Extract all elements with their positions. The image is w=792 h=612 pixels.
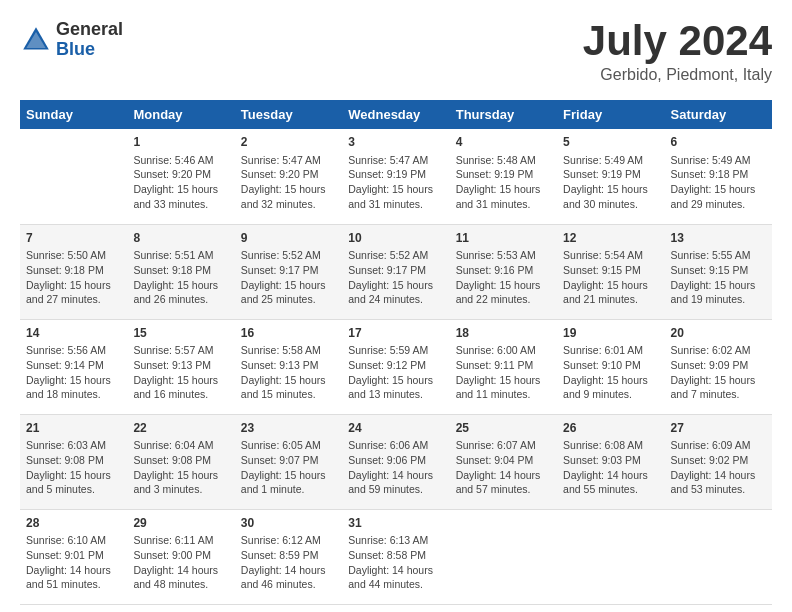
day-number: 5 (563, 134, 658, 151)
day-info: Sunrise: 5:59 AM (348, 343, 443, 358)
day-number: 8 (133, 230, 228, 247)
day-info: and 46 minutes. (241, 577, 336, 592)
day-cell: 30Sunrise: 6:12 AMSunset: 8:59 PMDayligh… (235, 509, 342, 604)
day-info: Sunrise: 6:07 AM (456, 438, 551, 453)
day-info: Daylight: 14 hours (348, 468, 443, 483)
day-info: Sunrise: 5:51 AM (133, 248, 228, 263)
day-cell: 17Sunrise: 5:59 AMSunset: 9:12 PMDayligh… (342, 319, 449, 414)
day-cell (20, 129, 127, 224)
logo-icon (20, 24, 52, 56)
day-info: Daylight: 15 hours (241, 182, 336, 197)
day-cell (665, 509, 772, 604)
day-number: 25 (456, 420, 551, 437)
day-number: 4 (456, 134, 551, 151)
day-info: and 21 minutes. (563, 292, 658, 307)
header-row: SundayMondayTuesdayWednesdayThursdayFrid… (20, 100, 772, 129)
day-info: and 18 minutes. (26, 387, 121, 402)
day-number: 9 (241, 230, 336, 247)
day-info: Daylight: 15 hours (456, 182, 551, 197)
day-info: Sunrise: 5:58 AM (241, 343, 336, 358)
day-number: 10 (348, 230, 443, 247)
day-info: and 59 minutes. (348, 482, 443, 497)
day-number: 26 (563, 420, 658, 437)
day-cell: 18Sunrise: 6:00 AMSunset: 9:11 PMDayligh… (450, 319, 557, 414)
day-number: 17 (348, 325, 443, 342)
day-cell: 25Sunrise: 6:07 AMSunset: 9:04 PMDayligh… (450, 414, 557, 509)
day-info: Sunrise: 5:50 AM (26, 248, 121, 263)
day-info: Sunset: 9:16 PM (456, 263, 551, 278)
day-info: Sunset: 9:15 PM (563, 263, 658, 278)
day-info: Sunset: 9:20 PM (133, 167, 228, 182)
calendar-table: SundayMondayTuesdayWednesdayThursdayFrid… (20, 100, 772, 605)
day-info: Sunrise: 6:13 AM (348, 533, 443, 548)
week-row-1: 1Sunrise: 5:46 AMSunset: 9:20 PMDaylight… (20, 129, 772, 224)
day-number: 28 (26, 515, 121, 532)
day-info: Sunrise: 6:02 AM (671, 343, 766, 358)
day-number: 29 (133, 515, 228, 532)
header-cell-tuesday: Tuesday (235, 100, 342, 129)
header-cell-wednesday: Wednesday (342, 100, 449, 129)
day-info: and 19 minutes. (671, 292, 766, 307)
day-number: 1 (133, 134, 228, 151)
day-number: 22 (133, 420, 228, 437)
day-cell: 4Sunrise: 5:48 AMSunset: 9:19 PMDaylight… (450, 129, 557, 224)
day-info: Sunrise: 5:52 AM (241, 248, 336, 263)
day-info: Sunset: 9:08 PM (133, 453, 228, 468)
day-info: Sunset: 9:10 PM (563, 358, 658, 373)
day-cell: 19Sunrise: 6:01 AMSunset: 9:10 PMDayligh… (557, 319, 664, 414)
day-info: Sunset: 8:58 PM (348, 548, 443, 563)
day-info: and 15 minutes. (241, 387, 336, 402)
day-info: and 27 minutes. (26, 292, 121, 307)
day-info: and 7 minutes. (671, 387, 766, 402)
day-info: Sunset: 9:01 PM (26, 548, 121, 563)
day-info: Sunrise: 5:54 AM (563, 248, 658, 263)
day-cell: 13Sunrise: 5:55 AMSunset: 9:15 PMDayligh… (665, 224, 772, 319)
day-info: Daylight: 15 hours (133, 182, 228, 197)
day-info: Daylight: 14 hours (241, 563, 336, 578)
logo-text: General Blue (56, 20, 123, 60)
day-info: and 1 minute. (241, 482, 336, 497)
day-number: 14 (26, 325, 121, 342)
day-info: Sunrise: 6:06 AM (348, 438, 443, 453)
day-cell: 2Sunrise: 5:47 AMSunset: 9:20 PMDaylight… (235, 129, 342, 224)
day-cell: 28Sunrise: 6:10 AMSunset: 9:01 PMDayligh… (20, 509, 127, 604)
day-number: 27 (671, 420, 766, 437)
day-number: 15 (133, 325, 228, 342)
day-info: Sunrise: 6:11 AM (133, 533, 228, 548)
day-info: Daylight: 15 hours (671, 278, 766, 293)
day-info: Sunset: 9:13 PM (133, 358, 228, 373)
day-info: Sunrise: 5:52 AM (348, 248, 443, 263)
day-info: Sunset: 9:00 PM (133, 548, 228, 563)
day-info: Sunrise: 5:53 AM (456, 248, 551, 263)
day-info: Daylight: 14 hours (671, 468, 766, 483)
day-number: 31 (348, 515, 443, 532)
day-info: and 55 minutes. (563, 482, 658, 497)
location: Gerbido, Piedmont, Italy (583, 66, 772, 84)
day-info: Sunrise: 6:09 AM (671, 438, 766, 453)
day-info: Sunrise: 6:03 AM (26, 438, 121, 453)
day-info: Sunset: 9:17 PM (348, 263, 443, 278)
day-info: Daylight: 15 hours (563, 373, 658, 388)
day-info: Daylight: 15 hours (133, 278, 228, 293)
day-info: Daylight: 15 hours (671, 373, 766, 388)
day-number: 16 (241, 325, 336, 342)
day-info: Sunrise: 5:47 AM (241, 153, 336, 168)
day-info: Daylight: 15 hours (26, 278, 121, 293)
day-info: Sunset: 9:17 PM (241, 263, 336, 278)
day-info: Daylight: 15 hours (241, 278, 336, 293)
day-info: Sunset: 8:59 PM (241, 548, 336, 563)
day-cell: 27Sunrise: 6:09 AMSunset: 9:02 PMDayligh… (665, 414, 772, 509)
day-info: Daylight: 15 hours (348, 278, 443, 293)
day-info: Daylight: 15 hours (456, 373, 551, 388)
day-cell: 23Sunrise: 6:05 AMSunset: 9:07 PMDayligh… (235, 414, 342, 509)
day-info: Sunset: 9:06 PM (348, 453, 443, 468)
day-info: Sunset: 9:12 PM (348, 358, 443, 373)
day-info: Sunrise: 5:55 AM (671, 248, 766, 263)
day-cell: 3Sunrise: 5:47 AMSunset: 9:19 PMDaylight… (342, 129, 449, 224)
day-number: 3 (348, 134, 443, 151)
day-info: and 44 minutes. (348, 577, 443, 592)
day-info: and 22 minutes. (456, 292, 551, 307)
day-info: and 53 minutes. (671, 482, 766, 497)
day-cell: 6Sunrise: 5:49 AMSunset: 9:18 PMDaylight… (665, 129, 772, 224)
day-cell: 15Sunrise: 5:57 AMSunset: 9:13 PMDayligh… (127, 319, 234, 414)
